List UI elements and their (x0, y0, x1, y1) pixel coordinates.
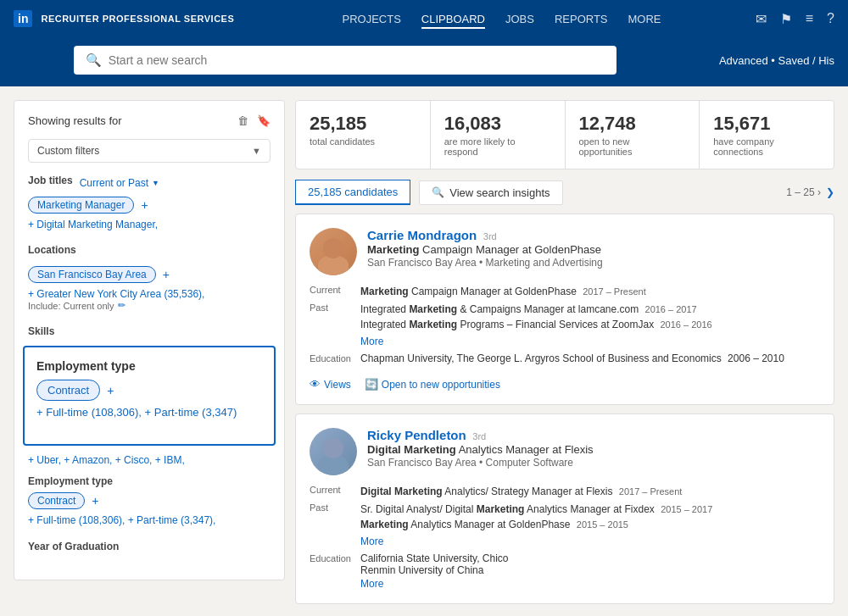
stat-total-label: total candidates (310, 136, 416, 147)
employment-more-link[interactable]: + Full-time (108,306), + Part-time (3,34… (36, 406, 262, 419)
search-input-wrapper: 🔍 (74, 46, 616, 75)
edit-icon[interactable]: ✏ (118, 300, 126, 311)
help-icon[interactable]: ? (827, 11, 834, 26)
add-employment-btn-2[interactable]: + (92, 494, 98, 508)
stat-open-opportunities: 12,748 open to new opportunities (566, 101, 700, 169)
employment-highlight-label: Employment type (36, 359, 136, 373)
employment-more-2[interactable]: + Full-time (108,306), + Part-time (3,34… (28, 514, 271, 526)
list-icon[interactable]: ≡ (806, 11, 813, 26)
education-label-ricky: Education (310, 552, 360, 590)
employment-tag-row: Contract + (36, 380, 262, 401)
sf-bay-area-tag[interactable]: San Francisco Bay Area (28, 266, 156, 283)
top-navigation: in RECRUITER PROFESSIONAL SERVICES PROJE… (0, 0, 848, 37)
bookmark-icon[interactable]: 🔖 (257, 114, 271, 127)
add-employment-type-btn[interactable]: + (107, 384, 114, 397)
locations-section: Locations San Francisco Bay Area + + Gre… (28, 244, 271, 311)
locations-header-row: Locations (28, 244, 271, 261)
ricky-past-line-2: Marketing Analytics Manager at GoldenPha… (360, 517, 820, 532)
job-titles-header-row: Job titles Current or Past ▼ (28, 175, 271, 191)
next-page-icon[interactable]: ❯ (826, 186, 834, 198)
carrie-past-line-2: Integrated Marketing Programs – Financia… (360, 317, 820, 332)
custom-filters-dropdown[interactable]: Custom filters ▼ (28, 139, 271, 163)
pagination-info: 1 – 25 › ❯ (786, 186, 834, 198)
carrie-name[interactable]: Carrie Mondragon (367, 228, 477, 242)
candidate-card-carrie: Carrie Mondragon 3rd Marketing Campaign … (295, 214, 834, 405)
include-current-label: Include: Current only ✏ (28, 300, 271, 311)
stat-connections-number: 15,671 (713, 113, 820, 135)
custom-filters-label: Custom filters (37, 145, 99, 157)
stat-connections-label: have company connections (713, 136, 820, 157)
dropdown-chevron-icon: ▼ (252, 146, 261, 156)
ricky-past-line-1: Sr. Digital Analyst/ Digital Marketing A… (360, 502, 820, 517)
stat-open-number: 12,748 (579, 113, 686, 135)
nav-icons: ✉ ⚑ ≡ ? (756, 11, 834, 27)
carrie-current: Current Marketing Campaign Manager at Go… (310, 284, 820, 299)
brand-name: RECRUITER PROFESSIONAL SERVICES (41, 14, 234, 24)
ricky-current-content: Digital Marketing Analytics/ Strategy Ma… (360, 484, 820, 499)
search-bar-section: 🔍 Advanced • Saved / His (0, 37, 848, 86)
ricky-current: Current Digital Marketing Analytics/ Str… (310, 484, 820, 499)
location-more-link[interactable]: + Greater New York City Area (35,536), (28, 288, 271, 300)
insights-btn-label: View search insights (449, 186, 550, 199)
stat-total-candidates: 25,185 total candidates (296, 101, 431, 169)
results-bar: 25,185 candidates 🔍 View search insights… (295, 180, 834, 205)
results-count-button[interactable]: 25,185 candidates (295, 180, 410, 205)
sidebar-header-icons: 🗑 🔖 (237, 114, 271, 127)
flag-icon[interactable]: ⚑ (780, 11, 792, 27)
employment-type-highlight: Employment type Contract + + Full-time (… (23, 346, 276, 446)
carrie-past-content: Integrated Marketing & Campaigns Manager… (360, 302, 820, 349)
skills-label: Skills (28, 325, 54, 337)
mail-icon[interactable]: ✉ (756, 11, 767, 27)
past-label-carrie: Past (310, 302, 360, 349)
job-title-more-link[interactable]: + Digital Marketing Manager, (28, 219, 271, 230)
ricky-name[interactable]: Ricky Pendleton (367, 428, 466, 442)
ricky-name-row: Ricky Pendleton 3rd (367, 428, 820, 442)
ricky-more-link[interactable]: More (360, 534, 820, 549)
nav-clipboard[interactable]: CLIPBOARD (421, 9, 485, 29)
ricky-education: Education California State University, C… (310, 552, 820, 590)
carrie-location: San Francisco Bay Area • Marketing and A… (367, 257, 820, 269)
search-input[interactable] (109, 53, 605, 67)
search-icon: 🔍 (86, 53, 102, 68)
contract-tag-2[interactable]: Contract (28, 492, 85, 509)
main-layout: Showing results for 🗑 🔖 Custom filters ▼… (0, 86, 848, 616)
carrie-header: Carrie Mondragon 3rd Marketing Campaign … (310, 228, 820, 275)
companies-more-link[interactable]: + Uber, + Amazon, + Cisco, + IBM, (28, 454, 271, 466)
stat-likely-respond: 16,083 are more likely to respond (431, 101, 566, 169)
candidate-card-ricky: Ricky Pendleton 3rd Digital Marketing An… (295, 413, 834, 604)
ricky-info: Ricky Pendleton 3rd Digital Marketing An… (367, 428, 820, 475)
sidebar-card: Showing results for 🗑 🔖 Custom filters ▼… (14, 100, 285, 580)
carrie-more-link[interactable]: More (360, 334, 820, 349)
carrie-actions: 👁 Views 🔄 Open to new opportunities (310, 371, 820, 391)
nav-reports[interactable]: REPORTS (555, 9, 608, 29)
showing-results-label: Showing results for (28, 114, 122, 127)
nav-jobs[interactable]: JOBS (505, 9, 534, 29)
job-title-filter-dropdown[interactable]: Current or Past ▼ (80, 177, 159, 189)
carrie-info: Carrie Mondragon 3rd Marketing Campaign … (367, 228, 820, 275)
marketing-manager-tag[interactable]: Marketing Manager (28, 197, 134, 214)
nav-links: PROJECTS CLIPBOARD JOBS REPORTS MORE (268, 9, 734, 29)
nav-more[interactable]: MORE (628, 9, 661, 29)
carrie-views-link[interactable]: 👁 Views (310, 378, 351, 391)
add-job-title-btn[interactable]: + (141, 198, 148, 212)
view-insights-button[interactable]: 🔍 View search insights (419, 180, 562, 205)
employment-tag-row-2: Contract + (28, 492, 271, 509)
stats-row: 25,185 total candidates 16,083 are more … (295, 100, 834, 169)
locations-label: Locations (28, 244, 76, 256)
contract-tag-highlight[interactable]: Contract (36, 380, 100, 401)
trash-icon[interactable]: 🗑 (237, 114, 248, 127)
ricky-edu-more[interactable]: More (360, 578, 820, 590)
job-title-dropdown-icon: ▼ (152, 179, 159, 187)
carrie-open-link[interactable]: 🔄 Open to new opportunities (365, 378, 500, 391)
views-label: Views (324, 379, 351, 391)
pagination-text: 1 – 25 › (786, 186, 821, 198)
search-insights-icon: 🔍 (432, 186, 444, 198)
advanced-saved-link[interactable]: Advanced • Saved / His (719, 54, 834, 67)
open-label: Open to new opportunities (382, 379, 500, 391)
past-label-ricky: Past (310, 502, 360, 549)
add-location-btn[interactable]: + (163, 268, 170, 281)
nav-projects[interactable]: PROJECTS (342, 9, 400, 29)
carrie-title: Marketing Campaign Manager at GoldenPhas… (367, 243, 820, 256)
ricky-avatar (310, 428, 357, 475)
job-titles-section: Job titles Current or Past ▼ Marketing M… (28, 175, 271, 230)
